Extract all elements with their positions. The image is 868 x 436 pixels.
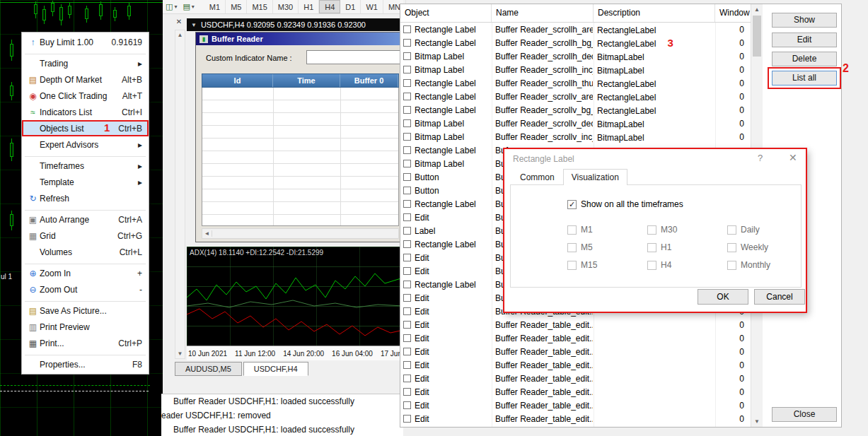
- row-checkbox[interactable]: [403, 79, 411, 87]
- menu-item[interactable]: [22, 297, 149, 302]
- timeframe-button[interactable]: W1: [361, 0, 383, 13]
- row-checkbox[interactable]: [403, 25, 411, 33]
- checkbox-icon[interactable]: [727, 261, 736, 270]
- column-header-time[interactable]: Time: [273, 74, 340, 87]
- tab-audusd-m5[interactable]: AUDUSD,M5: [175, 362, 242, 376]
- row-checkbox[interactable]: [403, 334, 411, 342]
- checkbox-icon[interactable]: [647, 225, 656, 235]
- timeframe-checkbox[interactable]: M30: [647, 225, 727, 235]
- timeframe-checkbox[interactable]: H1: [647, 242, 727, 252]
- row-checkbox[interactable]: [403, 227, 411, 235]
- help-icon[interactable]: ?: [758, 153, 763, 163]
- timeframe-button[interactable]: M30: [273, 0, 299, 13]
- checkbox-icon[interactable]: [567, 261, 577, 270]
- object-row[interactable]: Edit Buffer Reader_table_edit... 0: [400, 331, 751, 345]
- menu-item[interactable]: Objects List 1 Ctrl+B: [22, 120, 149, 136]
- adx-indicator-pane[interactable]: ADX(14) 18.1140 +DI:12.2542 -DI:21.5299: [187, 247, 403, 346]
- menu-item[interactable]: ▦ Print... Ctrl+P: [22, 335, 149, 351]
- checkbox-checked-icon[interactable]: [567, 200, 577, 209]
- menu-item[interactable]: [22, 206, 149, 211]
- object-row[interactable]: Rectangle Label Buffer Reader_scrollh_ar…: [400, 23, 751, 36]
- chart-type-button[interactable]: ◫ ▾: [163, 1, 180, 12]
- ok-button[interactable]: OK: [698, 289, 748, 305]
- menu-item[interactable]: Expert Advisors ▸: [22, 136, 149, 153]
- scroll-up-icon[interactable]: ▲: [175, 32, 185, 38]
- row-checkbox[interactable]: [403, 254, 411, 261]
- object-row[interactable]: Bitmap Label Buffer Reader_scrollh_dec_4…: [400, 49, 751, 63]
- menu-item[interactable]: ▤ Save As Picture...: [22, 302, 149, 319]
- timeframe-button[interactable]: H1: [299, 0, 319, 13]
- timeframe-checkbox[interactable]: M15: [567, 260, 647, 270]
- row-checkbox[interactable]: [403, 146, 411, 154]
- scroll-down-icon[interactable]: ▼: [175, 350, 185, 357]
- row-checkbox[interactable]: [403, 119, 411, 127]
- object-row[interactable]: Bitmap Label Buffer Reader_scrollv_dec_4…: [400, 117, 751, 130]
- checkbox-icon[interactable]: [647, 243, 656, 252]
- object-row[interactable]: Rectangle Label Buffer Reader_scrollh_th…: [400, 76, 751, 90]
- timeframe-button[interactable]: H4: [319, 0, 340, 13]
- menu-item[interactable]: Trading ▸: [22, 55, 149, 71]
- column-header-object[interactable]: Object: [400, 4, 492, 22]
- buffer-reader-titlebar[interactable]: ▮ Buffer Reader: [196, 33, 403, 45]
- menu-item[interactable]: Properties... F8: [22, 356, 149, 372]
- scrollbar-thumb[interactable]: [753, 16, 761, 57]
- menu-item[interactable]: [22, 50, 149, 55]
- object-row[interactable]: Rectangle Label Buffer Reader_scrollv_bg…: [400, 103, 751, 117]
- menu-item[interactable]: [22, 351, 149, 356]
- horizontal-scrollbar[interactable]: ◄: [202, 228, 399, 239]
- object-row[interactable]: Edit Buffer Reader_table_edit... 0: [400, 412, 751, 425]
- object-row[interactable]: Edit Buffer Reader_table_edit... 0: [400, 318, 751, 331]
- row-checkbox[interactable]: [403, 160, 411, 167]
- menu-item[interactable]: ▥ Print Preview: [22, 319, 149, 335]
- scroll-left-icon[interactable]: ◄: [202, 230, 212, 237]
- show-button[interactable]: Show: [772, 13, 837, 28]
- column-header-id[interactable]: Id: [202, 74, 273, 87]
- row-checkbox[interactable]: [403, 321, 411, 329]
- object-row[interactable]: Bitmap Label Buffer Reader_scrollh_inc_4…: [400, 63, 751, 76]
- checkbox-icon[interactable]: [567, 243, 577, 252]
- delete-button[interactable]: Delete: [772, 52, 837, 66]
- object-row[interactable]: Bitmap Label Buffer Reader_scrollv_inc_4…: [400, 130, 751, 143]
- row-checkbox[interactable]: [403, 281, 411, 288]
- timeframe-checkbox[interactable]: Monthly: [727, 260, 807, 270]
- column-header-window[interactable]: Window: [715, 4, 751, 22]
- chart-window-titlebar[interactable]: ▼ USDCHF,H4 0.92095 0.92349 0.91936 0.92…: [187, 18, 403, 31]
- menu-item[interactable]: ≈ Indicators List Ctrl+I: [22, 104, 149, 120]
- timeframe-checkbox[interactable]: Weekly: [727, 242, 807, 252]
- column-header-name[interactable]: Name: [492, 4, 594, 22]
- row-checkbox[interactable]: [403, 240, 411, 248]
- collapse-icon[interactable]: ▼: [191, 22, 197, 28]
- checkbox-icon[interactable]: [727, 243, 736, 252]
- show-all-timeframes-checkbox[interactable]: Show on all the timeframes: [567, 199, 683, 209]
- tab-usdchf-h4[interactable]: USDCHF,H4: [243, 362, 308, 376]
- row-checkbox[interactable]: [403, 294, 411, 302]
- chart-mode-button[interactable]: ▤ ▾: [180, 1, 197, 12]
- menu-item[interactable]: [22, 153, 149, 158]
- timeframe-button[interactable]: M15: [247, 0, 272, 13]
- scroll-down-icon[interactable]: ▼: [751, 418, 763, 425]
- edit-button[interactable]: Edit: [772, 33, 837, 47]
- row-checkbox[interactable]: [403, 348, 411, 355]
- checkbox-icon[interactable]: [727, 225, 736, 235]
- tab-visualization[interactable]: Visualization: [563, 169, 627, 185]
- timeframe-button[interactable]: M1: [204, 0, 226, 13]
- object-row[interactable]: Edit Buffer Reader_table_edit... 0: [400, 399, 751, 412]
- row-checkbox[interactable]: [403, 133, 411, 141]
- column-header-description[interactable]: Description: [594, 4, 715, 22]
- row-checkbox[interactable]: [403, 200, 411, 208]
- checkbox-icon[interactable]: [647, 261, 656, 270]
- row-checkbox[interactable]: [403, 361, 411, 369]
- object-row[interactable]: Rectangle Label Buffer Reader_scrollv_ar…: [400, 90, 751, 103]
- row-checkbox[interactable]: [403, 106, 411, 114]
- indicator-name-input[interactable]: [306, 50, 400, 64]
- row-checkbox[interactable]: [403, 66, 411, 73]
- menu-item[interactable]: ⊖ Zoom Out -: [22, 281, 149, 297]
- menu-item[interactable]: ▦ Grid Ctrl+G: [22, 228, 149, 244]
- vertical-scrollbar[interactable]: ▲ ▼: [175, 30, 185, 359]
- row-checkbox[interactable]: [403, 401, 411, 409]
- timeframe-button[interactable]: D1: [340, 0, 361, 13]
- close-panel-icon[interactable]: ✕: [174, 17, 184, 27]
- row-checkbox[interactable]: [403, 307, 411, 315]
- menu-item[interactable]: Timeframes ▸: [22, 158, 149, 174]
- menu-item[interactable]: ↑ Buy Limit 1.00 0.91619: [22, 34, 149, 50]
